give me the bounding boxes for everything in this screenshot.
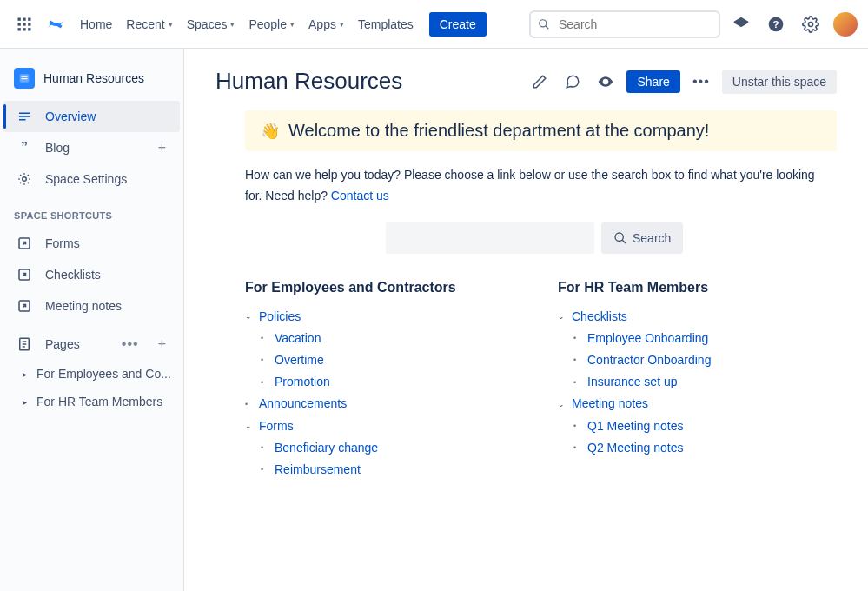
welcome-banner: 👋 Welcome to the friendliest department … bbox=[245, 110, 837, 151]
svg-rect-8 bbox=[28, 28, 30, 30]
link-tree-item: •Vacation bbox=[245, 328, 506, 349]
share-button[interactable]: Share bbox=[626, 70, 679, 93]
svg-rect-1 bbox=[23, 17, 25, 20]
column-employees: For Employees and Contractors ⌄Policies•… bbox=[245, 280, 506, 481]
page-search-input[interactable] bbox=[386, 222, 594, 254]
svg-rect-0 bbox=[18, 17, 21, 20]
nav-item-recent[interactable]: Recent▾ bbox=[119, 14, 179, 35]
page-link[interactable]: Q2 Meeting notes bbox=[587, 437, 684, 459]
shortcut-item[interactable]: Meeting notes bbox=[3, 290, 180, 322]
create-button[interactable]: Create bbox=[429, 12, 487, 37]
chevron-down-icon[interactable]: ⌄ bbox=[245, 309, 254, 323]
page-link[interactable]: Forms bbox=[259, 415, 294, 437]
page-link[interactable]: Overtime bbox=[275, 349, 324, 371]
page-link[interactable]: Insurance set up bbox=[587, 371, 678, 393]
page-link[interactable]: Checklists bbox=[572, 306, 627, 328]
sidebar-item-label: Space Settings bbox=[45, 172, 127, 186]
sidebar-item-blog[interactable]: ” Blog + bbox=[3, 132, 180, 163]
add-icon[interactable]: + bbox=[158, 140, 166, 156]
bullet-icon: • bbox=[573, 353, 582, 367]
wave-icon: 👋 bbox=[261, 122, 280, 141]
sidebar-item-label: Pages bbox=[45, 337, 80, 351]
page-link[interactable]: Beneficiary change bbox=[275, 437, 378, 459]
nav-item-home[interactable]: Home bbox=[73, 14, 119, 35]
svg-line-10 bbox=[546, 25, 549, 29]
svg-point-28 bbox=[615, 233, 623, 241]
svg-point-20 bbox=[23, 177, 27, 182]
main-content: Human Resources Share ••• Unstar this sp… bbox=[184, 49, 868, 591]
svg-rect-7 bbox=[23, 28, 25, 30]
app-switcher-icon[interactable] bbox=[10, 10, 38, 38]
page-search-button[interactable]: Search bbox=[601, 222, 683, 254]
help-icon[interactable]: ? bbox=[762, 10, 790, 38]
shortcut-icon bbox=[16, 235, 33, 252]
global-search[interactable] bbox=[529, 10, 720, 38]
chevron-right-icon[interactable]: ▸ bbox=[23, 369, 31, 379]
page-link[interactable]: Policies bbox=[259, 306, 301, 328]
link-tree-item: •Insurance set up bbox=[558, 371, 818, 393]
column-title: For Employees and Contractors bbox=[245, 280, 506, 296]
page-link[interactable]: Contractor Onboarding bbox=[587, 349, 711, 371]
edit-icon[interactable] bbox=[527, 70, 552, 94]
sidebar-item-settings[interactable]: Space Settings bbox=[3, 163, 180, 195]
page-link[interactable]: Reimbursement bbox=[275, 459, 361, 481]
profile-avatar[interactable] bbox=[833, 12, 858, 37]
shortcut-item[interactable]: Checklists bbox=[3, 259, 180, 290]
bullet-icon: • bbox=[573, 375, 582, 389]
svg-rect-16 bbox=[22, 78, 28, 79]
nav-item-templates[interactable]: Templates bbox=[351, 14, 421, 35]
svg-rect-4 bbox=[23, 23, 25, 25]
page-tree-item[interactable]: ▸For HR Team Members bbox=[0, 388, 183, 415]
chevron-down-icon[interactable]: ⌄ bbox=[558, 397, 567, 411]
page-link[interactable]: Promotion bbox=[275, 371, 330, 393]
link-tree-item: •Announcements bbox=[245, 393, 506, 415]
nav-item-people[interactable]: People▾ bbox=[242, 14, 301, 35]
page-link[interactable]: Q1 Meeting notes bbox=[587, 415, 684, 437]
sidebar-item-pages[interactable]: Pages ••• + bbox=[3, 329, 180, 360]
column-title: For HR Team Members bbox=[558, 280, 818, 296]
page-link[interactable]: Vacation bbox=[275, 328, 321, 349]
more-actions-icon[interactable]: ••• bbox=[689, 70, 713, 94]
chevron-down-icon[interactable]: ⌄ bbox=[245, 419, 254, 433]
watch-icon[interactable] bbox=[593, 70, 618, 94]
shortcut-item[interactable]: Forms bbox=[3, 228, 180, 259]
page-title: Human Resources bbox=[215, 68, 519, 95]
sidebar-item-label: Overview bbox=[45, 110, 96, 123]
comment-icon[interactable] bbox=[560, 70, 585, 94]
pages-icon bbox=[16, 335, 33, 353]
contact-link[interactable]: Contact us bbox=[331, 189, 389, 203]
link-tree-item: •Promotion bbox=[245, 371, 506, 393]
space-header[interactable]: Human Resources bbox=[0, 59, 183, 101]
overview-icon bbox=[16, 108, 33, 125]
bullet-icon: • bbox=[261, 462, 269, 476]
svg-rect-6 bbox=[18, 28, 21, 30]
svg-rect-15 bbox=[22, 76, 28, 77]
page-link[interactable]: Meeting notes bbox=[572, 393, 648, 415]
space-name: Human Resources bbox=[43, 71, 144, 85]
page-link[interactable]: Announcements bbox=[259, 393, 347, 415]
svg-text:?: ? bbox=[772, 18, 779, 30]
topbar: HomeRecent▾Spaces▾People▾Apps▾Templates … bbox=[0, 0, 868, 49]
svg-rect-2 bbox=[28, 17, 30, 20]
page-link[interactable]: Employee Onboarding bbox=[587, 328, 708, 349]
link-tree-item: ⌄Policies bbox=[245, 306, 506, 328]
more-icon[interactable]: ••• bbox=[122, 336, 139, 352]
bullet-icon: • bbox=[573, 419, 582, 433]
chevron-right-icon[interactable]: ▸ bbox=[23, 397, 31, 407]
sidebar-item-overview[interactable]: Overview bbox=[3, 101, 180, 132]
nav-item-apps[interactable]: Apps▾ bbox=[301, 14, 351, 35]
search-icon bbox=[613, 231, 627, 245]
notifications-icon[interactable] bbox=[727, 10, 755, 38]
link-tree-item: •Q2 Meeting notes bbox=[558, 437, 818, 459]
sidebar: Human Resources Overview ” Blog + Space … bbox=[0, 49, 184, 591]
add-icon[interactable]: + bbox=[158, 336, 166, 352]
settings-icon[interactable] bbox=[797, 10, 825, 38]
svg-rect-3 bbox=[18, 23, 21, 25]
svg-point-9 bbox=[540, 19, 547, 26]
chevron-down-icon[interactable]: ⌄ bbox=[558, 309, 567, 323]
search-input[interactable] bbox=[529, 10, 720, 38]
page-tree-item[interactable]: ▸For Employees and Co... bbox=[0, 360, 183, 388]
unstar-button[interactable]: Unstar this space bbox=[722, 70, 837, 94]
confluence-logo-icon[interactable] bbox=[45, 14, 66, 35]
nav-item-spaces[interactable]: Spaces▾ bbox=[180, 14, 242, 35]
